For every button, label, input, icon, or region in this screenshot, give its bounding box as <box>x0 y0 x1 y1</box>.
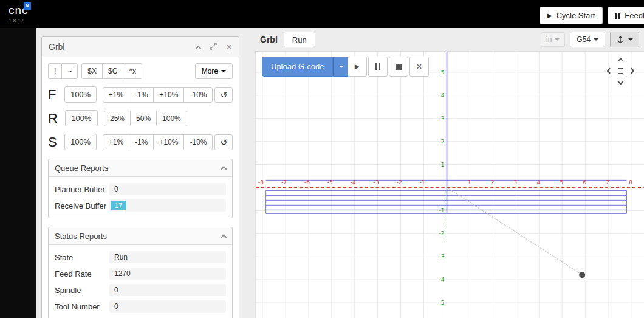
spindle-label: Spindle <box>55 286 109 295</box>
tool-number-row: Tool Number 0 <box>55 300 226 313</box>
feed-plus10-button[interactable]: +10% <box>153 87 184 103</box>
axes-3d-icon <box>616 35 625 44</box>
svg-text:4: 4 <box>537 180 541 186</box>
pause-icon <box>615 13 620 19</box>
spindle-override-row: S 100% +1% -1% +10% -10% ↺ <box>48 134 233 150</box>
play-icon: ▶ <box>547 12 552 19</box>
feedhold-label: Feedhold <box>625 11 644 20</box>
state-value: Run <box>109 251 226 263</box>
grbl-widget: Grbl × ! ~ $X $C ^x More <box>41 36 239 318</box>
close-gcode-button[interactable]: × <box>409 57 429 77</box>
wcs-label: G54 <box>577 35 591 44</box>
receive-buffer-value: 17 <box>109 199 226 212</box>
rapid-50-button[interactable]: 50% <box>130 111 157 126</box>
spindle-plus10-button[interactable]: +10% <box>153 134 184 150</box>
visualizer-header: Grbl Run in G54 <box>255 28 644 51</box>
widget-title: Grbl <box>49 42 196 52</box>
rapid-override-row: R 100% 25% 50% 100% <box>48 110 233 126</box>
svg-text:3: 3 <box>441 116 445 122</box>
svg-text:-1: -1 <box>420 180 425 186</box>
feed-minus10-button[interactable]: -10% <box>183 87 213 103</box>
stop-icon <box>396 64 402 70</box>
pan-left-button[interactable] <box>604 65 615 76</box>
upload-gcode-button[interactable]: Upload G-code <box>262 57 333 77</box>
rapid-25-button[interactable]: 25% <box>104 111 131 126</box>
caret-down-icon <box>628 38 633 41</box>
svg-text:-3: -3 <box>374 180 379 186</box>
chevron-left-icon <box>606 67 612 74</box>
feed-minus1-button[interactable]: -1% <box>129 87 154 103</box>
state-row: State Run <box>55 251 226 263</box>
spindle-override-value: 100% <box>64 134 96 150</box>
svg-text:3: 3 <box>514 180 518 186</box>
svg-text:5: 5 <box>560 180 563 186</box>
chevron-down-icon <box>617 78 623 85</box>
queue-reports-panel: Queue Reports Planner Buffer 0 Receive B… <box>48 159 233 218</box>
pan-up-button[interactable] <box>615 54 626 65</box>
chevron-right-icon <box>628 67 634 74</box>
soft-reset-button[interactable]: ^x <box>123 63 142 79</box>
svg-text:1: 1 <box>468 180 471 186</box>
spindle-override-reset-button[interactable]: ↺ <box>214 134 233 150</box>
cycle-start-button[interactable]: ▶ Cycle Start <box>540 7 603 24</box>
status-reports-header[interactable]: Status Reports <box>49 227 232 245</box>
close-widget-button[interactable]: × <box>226 42 232 52</box>
check-mode-button[interactable]: $C <box>102 63 123 79</box>
spindle-plus1-button[interactable]: +1% <box>103 134 129 150</box>
units-dropdown[interactable]: in <box>541 32 565 47</box>
feed-override-letter: F <box>48 87 61 103</box>
queue-reports-header[interactable]: Queue Reports <box>49 159 232 177</box>
pan-down-button[interactable] <box>615 76 626 87</box>
units-label: in <box>546 35 552 44</box>
topbar: cnc N 1.8.17 ▶ Cycle Start Feedhold <box>0 0 644 28</box>
feed-override-reset-button[interactable]: ↺ <box>214 87 233 103</box>
caret-down-icon <box>555 38 560 41</box>
visualizer-canvas[interactable]: -8-7-6-5-4-3-2-11234567854321-1-2-3-4-5 <box>256 52 644 318</box>
kill-alarm-button[interactable]: $X <box>81 63 103 79</box>
visualizer-header-controls: in G54 <box>541 32 639 47</box>
spindle-override-letter: S <box>48 134 61 150</box>
logo-badge: N <box>24 2 31 10</box>
rapid-100-button[interactable]: 100% <box>156 111 187 126</box>
cycle-resume-command-button[interactable]: ~ <box>61 63 78 79</box>
left-sidebar <box>0 28 36 318</box>
feedhold-command-button[interactable]: ! <box>48 63 62 79</box>
machine-state-button[interactable]: Run <box>284 32 315 47</box>
rapid-override-value: 100% <box>65 110 98 126</box>
pan-right-button[interactable] <box>626 65 637 76</box>
undo-icon: ↺ <box>220 137 227 147</box>
spindle-minus1-button[interactable]: -1% <box>129 134 154 150</box>
wcs-dropdown[interactable]: G54 <box>570 32 605 47</box>
collapse-widget-button[interactable] <box>196 41 200 52</box>
svg-text:-5: -5 <box>327 180 333 186</box>
hold-resume-group: ! ~ <box>48 63 78 79</box>
chevron-up-icon <box>617 57 623 63</box>
caret-down-icon <box>594 38 598 41</box>
gcode-transport-controls: ▶ × <box>348 57 429 77</box>
planner-buffer-label: Planner Buffer <box>55 185 109 194</box>
stop-gcode-button[interactable] <box>389 57 408 77</box>
camera-mode-dropdown[interactable] <box>610 32 639 47</box>
pause-gcode-button[interactable] <box>368 57 388 77</box>
feed-rate-value: 1270 <box>109 268 226 280</box>
more-label: More <box>202 67 218 75</box>
feed-plus1-button[interactable]: +1% <box>103 87 129 103</box>
expand-widget-button[interactable] <box>210 41 217 52</box>
svg-text:6: 6 <box>583 180 586 186</box>
app-version: 1.8.17 <box>9 18 29 24</box>
svg-text:2: 2 <box>441 139 445 145</box>
topbar-actions: ▶ Cycle Start Feedhold <box>540 7 644 24</box>
more-dropdown-button[interactable]: More <box>195 63 233 79</box>
run-gcode-button[interactable]: ▶ <box>348 57 367 77</box>
feedhold-button[interactable]: Feedhold <box>608 7 644 24</box>
center-square-icon <box>618 68 623 74</box>
svg-text:1: 1 <box>441 162 445 168</box>
caret-down-icon <box>221 70 226 72</box>
pan-center-button[interactable] <box>615 65 626 76</box>
app-logo[interactable]: cnc N 1.8.17 <box>9 4 29 24</box>
spindle-value: 0 <box>109 284 226 296</box>
svg-text:-5: -5 <box>439 300 445 306</box>
svg-text:-1: -1 <box>439 207 445 213</box>
spindle-minus10-button[interactable]: -10% <box>183 134 213 150</box>
svg-text:7: 7 <box>606 180 609 186</box>
